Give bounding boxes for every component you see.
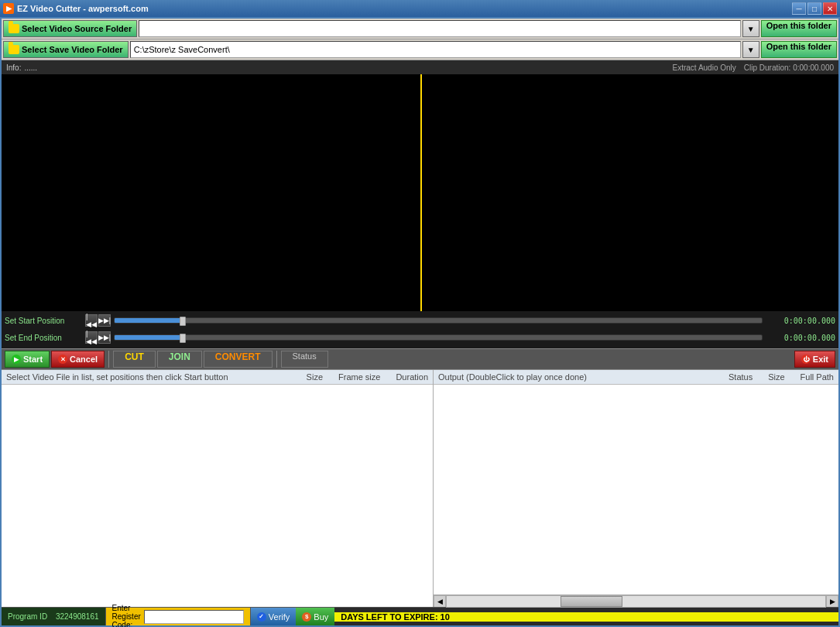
source-dropdown[interactable]: ▼ [742,20,759,37]
start-prev-frame-button[interactable]: |◀◀ [85,314,98,327]
left-col2-header: Size [307,372,323,382]
register-section: Enter Register Code: [106,608,251,625]
verify-button[interactable]: ✓ Verify [251,608,297,625]
buy-icon: $ [302,612,311,622]
start-position-slider[interactable] [114,317,763,324]
scroll-track[interactable] [446,595,826,608]
video-preview [2,74,838,311]
title-bar: ▶ EZ Video Cutter - awpersoft.com ─ □ ✕ [0,0,840,17]
right-col1-header: Output (DoubleClick to play once done) [438,372,713,382]
left-col4-header: Duration [396,372,428,382]
main-window: Select Video Source Folder ▼ Open this f… [0,17,840,627]
separator-2 [276,351,277,368]
start-next-frame-button[interactable]: ▶▶| [98,314,111,327]
buy-button[interactable]: $ Buy [296,608,334,625]
start-button[interactable]: ▶ Start [5,351,50,368]
info-dots: ...... [24,63,37,72]
open-save-folder-button[interactable]: Open this folder [761,41,837,58]
program-id-label: Program ID [8,612,47,621]
app-icon: ▶ [3,3,14,14]
scroll-right-arrow[interactable]: ▶ [826,595,838,608]
end-pos-controls: |◀◀ ▶▶| [85,331,111,344]
program-id-value: 3224908161 [56,612,99,621]
start-time-display: 0:00:00.000 [766,317,835,325]
content-area: Select Video File in list, set positions… [2,370,838,607]
close-button[interactable]: ✕ [823,2,837,15]
window-controls: ─ □ ✕ [792,2,837,15]
select-source-button[interactable]: Select Video Source Folder [3,20,137,37]
cancel-button[interactable]: ✕ Cancel [51,351,105,368]
cancel-icon: ✕ [58,355,67,364]
left-panel-list[interactable] [2,385,433,607]
open-source-folder-button[interactable]: Open this folder [761,20,837,37]
right-panel-scrollbar: ◀ ▶ [434,594,838,607]
cut-button[interactable]: CUT [113,351,156,368]
end-position-label: Set End Position [5,334,82,342]
exit-button[interactable]: ⏻ Exit [794,351,835,368]
scroll-thumb [561,596,622,607]
exit-icon: ⏻ [801,355,811,364]
window-title: EZ Video Cutter - awpersoft.com [17,4,149,13]
save-path-input[interactable] [130,41,741,58]
separator-1 [108,351,109,368]
start-position-row: Set Start Position |◀◀ ▶▶| 0:00:00.000 [5,313,835,328]
end-position-slider[interactable] [114,334,763,341]
source-path-input[interactable] [139,20,740,37]
info-label: Info: [6,63,21,72]
folder-icon-2 [9,45,19,54]
start-play-icon: ▶ [12,355,21,364]
end-position-row: Set End Position |◀◀ ▶▶| 0:00:00.000 [5,330,835,345]
save-dropdown[interactable]: ▼ [742,41,759,58]
verify-icon: ✓ [257,612,266,622]
start-position-label: Set Start Position [5,317,82,325]
folder-icon [9,24,19,33]
scroll-left-arrow[interactable]: ◀ [434,595,446,608]
end-next-frame-button[interactable]: ▶▶| [98,331,111,344]
right-col2-header: Status [729,372,753,382]
convert-button[interactable]: CONVERT [204,351,273,368]
save-folder-row: Select Save Video Folder ▼ Open this fol… [2,39,838,60]
status-bar: Program ID 3224908161 Enter Register Cod… [2,607,838,625]
left-panel-header: Select Video File in list, set positions… [2,370,433,385]
maximize-button[interactable]: □ [807,2,821,15]
clip-duration-label: Clip Duration: 0:00:00.000 [744,63,834,72]
left-col1-header: Select Video File in list, set positions… [6,372,291,382]
register-code-input[interactable] [144,610,244,624]
position-section: Set Start Position |◀◀ ▶▶| 0:00:00.000 S… [2,311,838,348]
program-id-section: Program ID 3224908161 [2,608,106,625]
join-button[interactable]: JOIN [157,351,202,368]
end-slider-thumb [180,334,186,343]
action-bar: ▶ Start ✕ Cancel CUT JOIN CONVERT Status… [2,348,838,370]
end-time-display: 0:00:00.000 [766,334,835,342]
right-col3-header: Size [768,372,784,382]
right-panel-header: Output (DoubleClick to play once done) S… [434,370,838,385]
left-panel: Select Video File in list, set positions… [2,370,434,607]
minimize-button[interactable]: ─ [792,2,806,15]
start-slider-thumb [180,317,186,326]
right-col4-header: Full Path [801,372,834,382]
source-folder-row: Select Video Source Folder ▼ Open this f… [2,19,838,39]
left-col3-header: Frame size [338,372,380,382]
days-expire-label: DAYS LEFT TO EXPIRE: 10 [334,612,838,622]
status-button[interactable]: Status [281,351,328,368]
right-panel-list[interactable] [434,385,838,594]
playhead [420,74,422,311]
extract-audio-label: Extract Audio Only [673,63,736,72]
select-save-button[interactable]: Select Save Video Folder [3,41,129,58]
right-panel: Output (DoubleClick to play once done) S… [434,370,838,607]
start-pos-controls: |◀◀ ▶▶| [85,314,111,327]
info-bar: Info: ...... Extract Audio Only Clip Dur… [2,60,838,74]
end-prev-frame-button[interactable]: |◀◀ [85,331,98,344]
register-label: Enter Register Code: [112,604,141,627]
